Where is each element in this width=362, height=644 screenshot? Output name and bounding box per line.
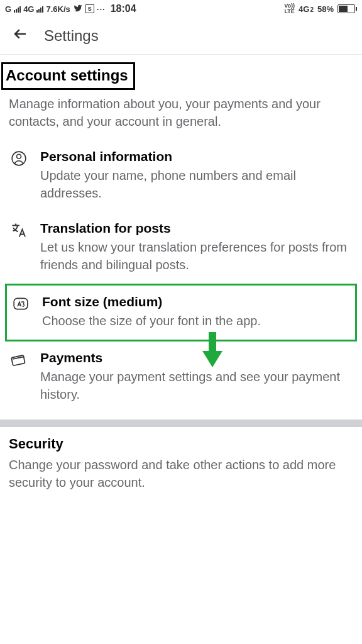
item-translation[interactable]: Translation for posts Let us know your t… <box>0 212 362 284</box>
security-desc: Change your password and take other acti… <box>9 456 353 491</box>
account-settings-heading: Account settings <box>6 67 128 84</box>
battery-icon <box>337 4 357 13</box>
svg-point-2 <box>17 154 21 158</box>
payments-icon <box>9 350 29 403</box>
status-right: Vo)) LTE 4G 2 58% <box>284 3 357 14</box>
item-title: Personal information <box>40 149 353 164</box>
twitter-icon <box>73 4 83 14</box>
item-desc: Choose the size of your font in the app. <box>42 312 351 330</box>
security-heading: Security <box>9 436 353 452</box>
signal-bars-1-icon <box>14 5 21 13</box>
translation-icon <box>9 221 29 274</box>
carrier-label: G <box>5 4 11 14</box>
data-speed: 7.6K/s <box>46 4 70 14</box>
network-4g2-icon: 4G 2 <box>299 4 314 14</box>
security-section: Security Change your password and take o… <box>0 427 362 496</box>
item-desc: Let us know your translation preferences… <box>40 238 353 274</box>
account-settings-desc: Manage information about you, your payme… <box>9 95 353 130</box>
network-4g-label: 4G <box>23 4 34 14</box>
item-desc: Manage your payment settings and see you… <box>40 368 353 403</box>
item-title: Font size (medium) <box>42 294 351 309</box>
item-payments[interactable]: Payments Manage your payment settings an… <box>0 341 362 413</box>
signal-bars-2-icon <box>36 5 43 13</box>
item-personal-information[interactable]: Personal information Update your name, p… <box>0 140 362 212</box>
item-font-size[interactable]: Font size (medium) Choose the size of yo… <box>7 286 355 340</box>
section-divider <box>0 419 362 427</box>
more-dots: ··· <box>97 4 106 14</box>
item-desc: Update your name, phone numbers and emai… <box>40 167 353 202</box>
item-title: Translation for posts <box>40 221 353 236</box>
account-settings-section: Account settings Manage information abou… <box>0 55 362 140</box>
back-arrow-icon[interactable] <box>11 26 29 45</box>
person-icon <box>9 149 29 202</box>
battery-pct: 58% <box>317 4 334 14</box>
clock-time: 18:04 <box>111 3 136 14</box>
volte-icon: Vo)) LTE <box>284 3 295 14</box>
s-box-icon: S <box>85 4 94 13</box>
account-heading-highlight: Account settings <box>1 62 135 90</box>
status-left: G 4G 7.6K/s S ··· 18:04 <box>5 3 136 14</box>
app-header: Settings <box>0 18 362 55</box>
svg-rect-5 <box>14 298 28 309</box>
item-title: Payments <box>40 350 353 365</box>
font-size-icon <box>11 294 31 330</box>
status-bar: G 4G 7.6K/s S ··· 18:04 Vo)) LTE 4G 2 58… <box>0 0 362 18</box>
annotation-highlight-box: Font size (medium) Choose the size of yo… <box>5 284 357 341</box>
page-title: Settings <box>44 27 99 45</box>
